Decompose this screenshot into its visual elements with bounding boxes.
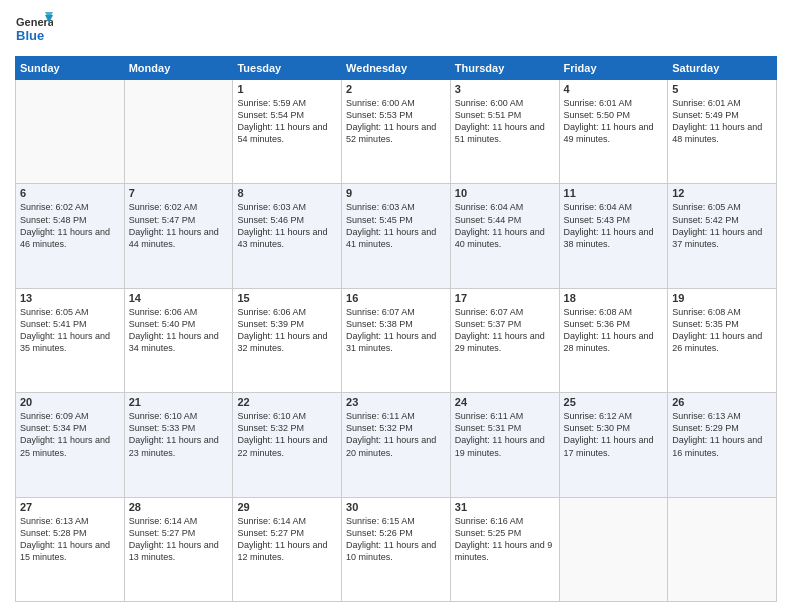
day-number: 24 (455, 396, 555, 408)
calendar-cell: 27Sunrise: 6:13 AMSunset: 5:28 PMDayligh… (16, 497, 125, 601)
day-number: 12 (672, 187, 772, 199)
calendar-cell: 22Sunrise: 6:10 AMSunset: 5:32 PMDayligh… (233, 393, 342, 497)
cell-info: Sunrise: 6:03 AMSunset: 5:46 PMDaylight:… (237, 202, 327, 248)
day-number: 17 (455, 292, 555, 304)
day-number: 3 (455, 83, 555, 95)
cell-info: Sunrise: 6:02 AMSunset: 5:47 PMDaylight:… (129, 202, 219, 248)
week-row-1: 1Sunrise: 5:59 AMSunset: 5:54 PMDaylight… (16, 80, 777, 184)
cell-info: Sunrise: 6:07 AMSunset: 5:37 PMDaylight:… (455, 307, 545, 353)
calendar-cell: 9Sunrise: 6:03 AMSunset: 5:45 PMDaylight… (342, 184, 451, 288)
cell-info: Sunrise: 6:04 AMSunset: 5:43 PMDaylight:… (564, 202, 654, 248)
cell-info: Sunrise: 6:00 AMSunset: 5:51 PMDaylight:… (455, 98, 545, 144)
calendar-cell: 21Sunrise: 6:10 AMSunset: 5:33 PMDayligh… (124, 393, 233, 497)
cell-info: Sunrise: 6:15 AMSunset: 5:26 PMDaylight:… (346, 516, 436, 562)
day-number: 26 (672, 396, 772, 408)
logo: General Blue (15, 10, 53, 48)
day-number: 25 (564, 396, 664, 408)
calendar-cell: 5Sunrise: 6:01 AMSunset: 5:49 PMDaylight… (668, 80, 777, 184)
calendar-cell: 12Sunrise: 6:05 AMSunset: 5:42 PMDayligh… (668, 184, 777, 288)
calendar-cell: 16Sunrise: 6:07 AMSunset: 5:38 PMDayligh… (342, 288, 451, 392)
cell-info: Sunrise: 6:14 AMSunset: 5:27 PMDaylight:… (237, 516, 327, 562)
calendar-cell: 19Sunrise: 6:08 AMSunset: 5:35 PMDayligh… (668, 288, 777, 392)
day-number: 13 (20, 292, 120, 304)
cell-info: Sunrise: 6:08 AMSunset: 5:35 PMDaylight:… (672, 307, 762, 353)
weekday-thursday: Thursday (450, 57, 559, 80)
calendar-cell: 13Sunrise: 6:05 AMSunset: 5:41 PMDayligh… (16, 288, 125, 392)
header: General Blue (15, 10, 777, 48)
calendar-cell (668, 497, 777, 601)
cell-info: Sunrise: 6:12 AMSunset: 5:30 PMDaylight:… (564, 411, 654, 457)
cell-info: Sunrise: 6:02 AMSunset: 5:48 PMDaylight:… (20, 202, 110, 248)
cell-info: Sunrise: 6:08 AMSunset: 5:36 PMDaylight:… (564, 307, 654, 353)
week-row-3: 13Sunrise: 6:05 AMSunset: 5:41 PMDayligh… (16, 288, 777, 392)
logo-svg: General Blue (15, 10, 53, 48)
weekday-sunday: Sunday (16, 57, 125, 80)
weekday-monday: Monday (124, 57, 233, 80)
day-number: 18 (564, 292, 664, 304)
cell-info: Sunrise: 6:05 AMSunset: 5:41 PMDaylight:… (20, 307, 110, 353)
day-number: 11 (564, 187, 664, 199)
day-number: 6 (20, 187, 120, 199)
cell-info: Sunrise: 6:07 AMSunset: 5:38 PMDaylight:… (346, 307, 436, 353)
calendar-cell: 1Sunrise: 5:59 AMSunset: 5:54 PMDaylight… (233, 80, 342, 184)
day-number: 8 (237, 187, 337, 199)
week-row-5: 27Sunrise: 6:13 AMSunset: 5:28 PMDayligh… (16, 497, 777, 601)
calendar-cell: 26Sunrise: 6:13 AMSunset: 5:29 PMDayligh… (668, 393, 777, 497)
cell-info: Sunrise: 6:10 AMSunset: 5:32 PMDaylight:… (237, 411, 327, 457)
weekday-header-row: SundayMondayTuesdayWednesdayThursdayFrid… (16, 57, 777, 80)
cell-info: Sunrise: 6:16 AMSunset: 5:25 PMDaylight:… (455, 516, 553, 562)
cell-info: Sunrise: 6:13 AMSunset: 5:28 PMDaylight:… (20, 516, 110, 562)
calendar-cell: 11Sunrise: 6:04 AMSunset: 5:43 PMDayligh… (559, 184, 668, 288)
calendar-table: SundayMondayTuesdayWednesdayThursdayFrid… (15, 56, 777, 602)
calendar-cell: 3Sunrise: 6:00 AMSunset: 5:51 PMDaylight… (450, 80, 559, 184)
cell-info: Sunrise: 6:03 AMSunset: 5:45 PMDaylight:… (346, 202, 436, 248)
weekday-saturday: Saturday (668, 57, 777, 80)
cell-info: Sunrise: 5:59 AMSunset: 5:54 PMDaylight:… (237, 98, 327, 144)
calendar-cell: 20Sunrise: 6:09 AMSunset: 5:34 PMDayligh… (16, 393, 125, 497)
calendar-cell: 17Sunrise: 6:07 AMSunset: 5:37 PMDayligh… (450, 288, 559, 392)
cell-info: Sunrise: 6:10 AMSunset: 5:33 PMDaylight:… (129, 411, 219, 457)
day-number: 1 (237, 83, 337, 95)
calendar-cell (16, 80, 125, 184)
day-number: 2 (346, 83, 446, 95)
day-number: 29 (237, 501, 337, 513)
weekday-tuesday: Tuesday (233, 57, 342, 80)
day-number: 22 (237, 396, 337, 408)
calendar-page: General Blue SundayMondayTuesdayWednesda… (0, 0, 792, 612)
calendar-cell (559, 497, 668, 601)
day-number: 15 (237, 292, 337, 304)
calendar-cell: 31Sunrise: 6:16 AMSunset: 5:25 PMDayligh… (450, 497, 559, 601)
calendar-cell: 2Sunrise: 6:00 AMSunset: 5:53 PMDaylight… (342, 80, 451, 184)
calendar-cell: 14Sunrise: 6:06 AMSunset: 5:40 PMDayligh… (124, 288, 233, 392)
cell-info: Sunrise: 6:13 AMSunset: 5:29 PMDaylight:… (672, 411, 762, 457)
weekday-friday: Friday (559, 57, 668, 80)
calendar-cell (124, 80, 233, 184)
day-number: 14 (129, 292, 229, 304)
calendar-cell: 10Sunrise: 6:04 AMSunset: 5:44 PMDayligh… (450, 184, 559, 288)
day-number: 30 (346, 501, 446, 513)
day-number: 31 (455, 501, 555, 513)
cell-info: Sunrise: 6:01 AMSunset: 5:50 PMDaylight:… (564, 98, 654, 144)
weekday-wednesday: Wednesday (342, 57, 451, 80)
calendar-cell: 15Sunrise: 6:06 AMSunset: 5:39 PMDayligh… (233, 288, 342, 392)
cell-info: Sunrise: 6:01 AMSunset: 5:49 PMDaylight:… (672, 98, 762, 144)
calendar-cell: 29Sunrise: 6:14 AMSunset: 5:27 PMDayligh… (233, 497, 342, 601)
day-number: 16 (346, 292, 446, 304)
day-number: 9 (346, 187, 446, 199)
cell-info: Sunrise: 6:06 AMSunset: 5:40 PMDaylight:… (129, 307, 219, 353)
calendar-cell: 4Sunrise: 6:01 AMSunset: 5:50 PMDaylight… (559, 80, 668, 184)
cell-info: Sunrise: 6:11 AMSunset: 5:32 PMDaylight:… (346, 411, 436, 457)
cell-info: Sunrise: 6:05 AMSunset: 5:42 PMDaylight:… (672, 202, 762, 248)
cell-info: Sunrise: 6:11 AMSunset: 5:31 PMDaylight:… (455, 411, 545, 457)
calendar-cell: 23Sunrise: 6:11 AMSunset: 5:32 PMDayligh… (342, 393, 451, 497)
day-number: 10 (455, 187, 555, 199)
cell-info: Sunrise: 6:14 AMSunset: 5:27 PMDaylight:… (129, 516, 219, 562)
cell-info: Sunrise: 6:06 AMSunset: 5:39 PMDaylight:… (237, 307, 327, 353)
week-row-2: 6Sunrise: 6:02 AMSunset: 5:48 PMDaylight… (16, 184, 777, 288)
day-number: 28 (129, 501, 229, 513)
calendar-cell: 30Sunrise: 6:15 AMSunset: 5:26 PMDayligh… (342, 497, 451, 601)
cell-info: Sunrise: 6:00 AMSunset: 5:53 PMDaylight:… (346, 98, 436, 144)
cell-info: Sunrise: 6:04 AMSunset: 5:44 PMDaylight:… (455, 202, 545, 248)
day-number: 7 (129, 187, 229, 199)
calendar-cell: 18Sunrise: 6:08 AMSunset: 5:36 PMDayligh… (559, 288, 668, 392)
